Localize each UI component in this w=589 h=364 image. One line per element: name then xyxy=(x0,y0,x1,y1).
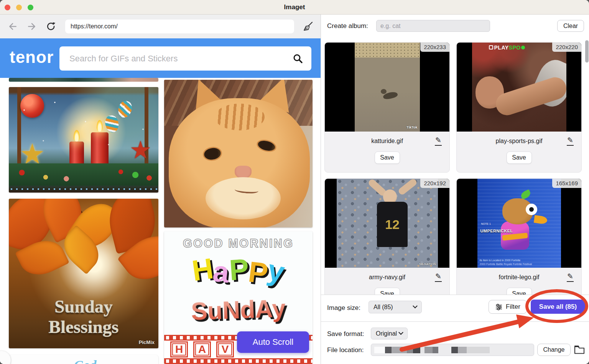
flame xyxy=(97,120,103,132)
gif-art-lego-mascot: NOTE 1 UMPERNICKEL its item is Located i… xyxy=(477,179,561,268)
format-section: Save format: Original File location: xyxy=(321,321,589,364)
gif-sunday-blessings[interactable]: Sunday Blessings PicMix xyxy=(9,199,158,348)
gif-partial-bottom[interactable]: God xyxy=(9,355,158,364)
redacted-path xyxy=(451,347,458,353)
filter-button[interactable]: Filter xyxy=(489,300,527,314)
gif-caption: GOOD MORNING xyxy=(164,237,313,250)
edit-pencil-icon[interactable]: ✎ xyxy=(435,136,442,146)
gif-art-dog: TikTok xyxy=(355,43,420,132)
downloader-panel: Create album: Clear 220x233 TikTok kattu… xyxy=(321,15,589,364)
dog xyxy=(381,89,387,94)
filename-row: katturide.gif ✎ xyxy=(325,132,449,146)
filename: play-sports-ps.gif xyxy=(457,138,581,145)
chevron-down-icon xyxy=(398,330,403,335)
red-star: ★ xyxy=(130,138,151,162)
redacted-path xyxy=(392,347,407,353)
back-icon[interactable] xyxy=(8,21,18,31)
filter-label: Filter xyxy=(506,303,520,311)
filename-row: play-sports-ps.gif ✎ xyxy=(457,132,581,146)
frame xyxy=(17,87,21,175)
gif-card: 220x220 PLAYSPO play-sports-ps.gif ✎ Sav… xyxy=(456,42,582,173)
save-button[interactable]: Save xyxy=(375,152,400,164)
album-name-input[interactable] xyxy=(376,20,490,32)
reload-icon[interactable] xyxy=(46,21,56,31)
image-size-label: Image size: xyxy=(327,304,360,312)
folder-icon[interactable] xyxy=(574,344,585,355)
gif-christmas-candles[interactable]: ★ ★ xyxy=(9,87,158,193)
garland xyxy=(9,163,158,186)
raised-arm xyxy=(397,179,418,196)
filename: army-navy.gif xyxy=(325,274,449,281)
edit-pencil-icon[interactable]: ✎ xyxy=(435,272,442,282)
playsport-watermark: PLAYSPO xyxy=(489,44,525,51)
scroll-bubble[interactable] xyxy=(0,351,11,364)
candle xyxy=(69,142,84,180)
auto-scroll-button[interactable]: Auto Scroll xyxy=(237,331,309,353)
save-format-value: Original xyxy=(376,330,397,337)
cat-muzzle xyxy=(206,177,281,219)
gif-preview[interactable]: 165x169 NOTE 1 UMPERNICKEL its item is L… xyxy=(457,179,581,268)
filename: katturide.gif xyxy=(325,138,449,145)
size-badge: 220x192 xyxy=(420,179,449,188)
file-location-label: File location: xyxy=(327,346,364,354)
filename-row: army-navy.gif ✎ xyxy=(325,268,449,282)
redacted-path xyxy=(467,347,490,353)
gif-text: UMPERNICKEL xyxy=(480,229,513,233)
tenor-search-bar xyxy=(59,46,311,71)
cat-face xyxy=(169,98,310,227)
clear-button[interactable]: Clear xyxy=(557,20,584,32)
gif-text: 2000 Fortnite Battle Royale Fortnite Fes… xyxy=(480,263,532,265)
save-all-button[interactable]: Save all (85) xyxy=(531,300,585,314)
gif-smiling-cat[interactable] xyxy=(164,80,313,227)
gif-text: its item is Located in 2000 Fortnite xyxy=(480,259,521,262)
redacted-path xyxy=(374,347,385,353)
size-bar: Image size: All (85) Filter Save all (85… xyxy=(321,295,589,321)
edit-pencil-icon[interactable]: ✎ xyxy=(567,272,574,282)
picmix-watermark: PicMix xyxy=(139,339,155,345)
tenor-search-input[interactable] xyxy=(69,46,284,71)
save-format-dropdown[interactable]: Original xyxy=(371,328,408,339)
filename: fortnite-lego.gif xyxy=(457,274,581,281)
save-button[interactable]: Save xyxy=(375,288,400,295)
image-size-value: All (85) xyxy=(373,304,393,311)
redacted-path xyxy=(424,347,433,353)
flame xyxy=(74,130,80,142)
chevron-down-icon xyxy=(413,303,418,308)
mitten xyxy=(116,99,134,119)
mascot-beak xyxy=(534,215,548,225)
gif-caption-sunday: SuNdAy xyxy=(164,293,313,326)
save-button[interactable]: Save xyxy=(507,288,532,295)
redacted-path xyxy=(458,347,467,353)
cat-stripes xyxy=(215,104,265,130)
candle xyxy=(91,132,109,181)
gif-thumbnail-partial-top[interactable] xyxy=(9,78,158,82)
clean-broom-icon[interactable] xyxy=(303,21,313,32)
gif-card: 220x233 TikTok katturide.gif ✎ Save xyxy=(324,42,450,173)
gif-card: 165x169 NOTE 1 UMPERNICKEL its item is L… xyxy=(456,178,582,295)
redacted-path xyxy=(385,347,392,353)
tenor-header: tenor xyxy=(0,38,321,78)
player-arm xyxy=(493,74,566,118)
gif-preview[interactable]: 220x192 12 SB-NATION xyxy=(325,179,449,268)
change-location-button[interactable]: Change xyxy=(537,344,571,356)
size-badge: 165x169 xyxy=(552,179,581,188)
cat-eye xyxy=(203,147,222,161)
tenor-page-content: ★ ★ S xyxy=(0,78,321,364)
scrollbar-thumb[interactable] xyxy=(585,40,589,63)
tiktok-watermark: TikTok xyxy=(406,125,417,129)
edit-pencil-icon[interactable]: ✎ xyxy=(567,136,574,146)
app-window: Imaget tenor ★ ★ xyxy=(0,0,589,364)
image-size-dropdown[interactable]: All (85) xyxy=(369,301,422,313)
save-button[interactable]: Save xyxy=(507,152,532,164)
gif-preview[interactable]: 220x220 PLAYSPO xyxy=(457,43,581,132)
ornament-ball xyxy=(20,94,44,118)
album-row: Create album: Clear xyxy=(321,15,589,38)
url-input[interactable] xyxy=(65,20,294,33)
cat-eye xyxy=(257,139,276,152)
search-icon[interactable] xyxy=(293,53,303,64)
mitten xyxy=(104,114,120,133)
file-location-field[interactable] xyxy=(371,344,534,356)
tenor-logo[interactable]: tenor xyxy=(10,48,54,67)
forward-icon[interactable] xyxy=(27,21,37,31)
gif-preview[interactable]: 220x233 TikTok xyxy=(325,43,449,132)
